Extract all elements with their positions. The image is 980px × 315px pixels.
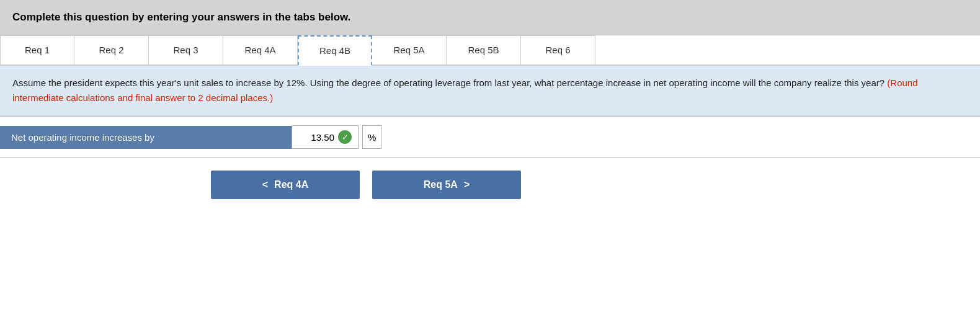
percent-label: % [362, 125, 381, 149]
answer-row: Net operating income increases by ✓ % [0, 116, 980, 158]
next-button[interactable]: Req 5A > [372, 171, 521, 199]
tab-req5a[interactable]: Req 5A [372, 35, 447, 64]
question-area: Assume the president expects this year's… [0, 66, 980, 116]
answer-input[interactable] [297, 132, 334, 143]
tabs-container: Req 1 Req 2 Req 3 Req 4A Req 4B Req 5A R… [0, 35, 980, 66]
tab-req3[interactable]: Req 3 [149, 35, 223, 64]
tab-req6[interactable]: Req 6 [521, 35, 595, 64]
prev-button-label: Req 4A [274, 179, 308, 190]
buttons-row: < Req 4A Req 5A > [0, 158, 980, 211]
tab-req1[interactable]: Req 1 [0, 35, 74, 64]
question-main-text: Assume the president expects this year's… [12, 78, 884, 88]
answer-input-wrapper: ✓ [292, 125, 359, 149]
tab-req2[interactable]: Req 2 [74, 35, 149, 64]
tab-req5b[interactable]: Req 5B [447, 35, 521, 64]
tab-req4b[interactable]: Req 4B [298, 35, 372, 66]
next-chevron: > [464, 179, 470, 190]
check-icon: ✓ [338, 130, 352, 144]
prev-button[interactable]: < Req 4A [211, 171, 360, 199]
header-bar: Complete this question by entering your … [0, 0, 980, 35]
next-button-label: Req 5A [424, 179, 458, 190]
answer-label: Net operating income increases by [0, 126, 292, 149]
tab-req4a[interactable]: Req 4A [223, 35, 298, 64]
prev-chevron: < [262, 179, 268, 190]
page-instruction: Complete this question by entering your … [12, 11, 968, 24]
